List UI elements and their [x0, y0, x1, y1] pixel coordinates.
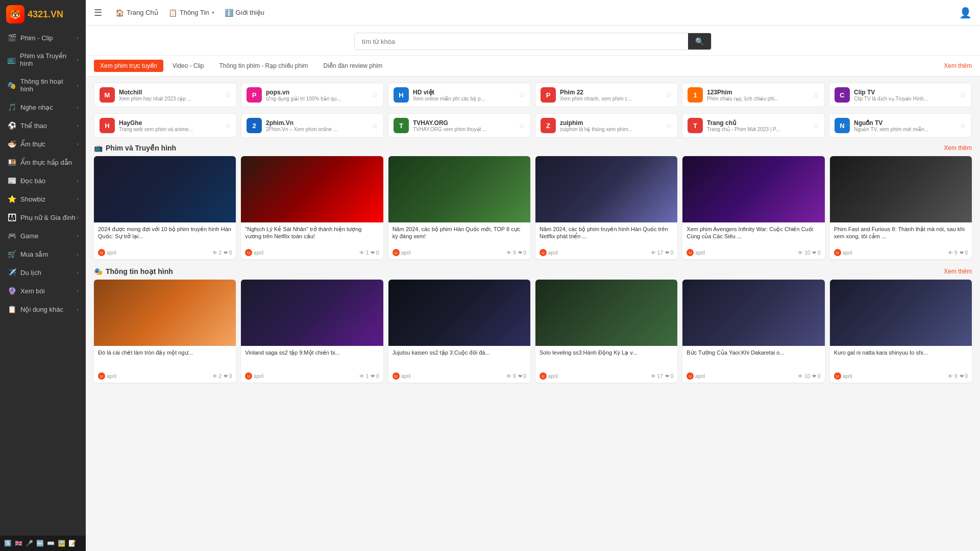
author-name-m5: april	[695, 250, 705, 256]
sidebar-item-xem-boi[interactable]: 🔮 Xem bói ›	[0, 282, 86, 300]
noi-dung-khac-chevron-icon: ›	[77, 306, 79, 312]
site-card-trangchu[interactable]: T Trang chủ Trang chủ - Phim Mới 2023 | …	[682, 113, 825, 138]
phu-nu-gia-dinh-label: Phụ nữ & Gia đình	[20, 214, 76, 221]
sidebar-item-showbiz[interactable]: ⭐ Showbiz ›	[0, 190, 86, 208]
movie-author-m5: U april	[687, 249, 705, 256]
hdviet-bookmark-icon[interactable]: ☆	[519, 91, 525, 99]
phim22-logo: P	[541, 87, 556, 103]
movie-info-m3: Năm 2024, các bộ phim Hàn Quốc mới, TOP …	[388, 222, 530, 259]
phu-nu-gia-dinh-chevron-icon: ›	[77, 214, 79, 220]
gioi-thieu-icon: ℹ️	[225, 9, 233, 17]
nguontv-desc: Nguồn TV, xem phim mới miễn...	[854, 127, 928, 132]
hamburger-menu[interactable]: ☰	[94, 7, 102, 18]
tab-video-clip[interactable]: Video - Clip	[166, 60, 210, 72]
sidebar-item-mua-sam[interactable]: 🛒 Mua sắm ›	[0, 245, 86, 263]
hdviet-desc: Xem online miễn phí các bộ p...	[413, 96, 485, 102]
sidebar-item-noi-dung-khac[interactable]: 📋 Nội dung khác ›	[0, 300, 86, 318]
tab-xem-them[interactable]: Xem thêm	[944, 62, 972, 69]
movie-card-m5[interactable]: Xem phim Avengers Infinity War: Cuộc Chi…	[682, 156, 824, 259]
nav-gioi-thieu[interactable]: ℹ️ Giới thiệu	[225, 9, 264, 17]
movie-card-m4[interactable]: Năm 2024, các bộ phim truyền hình Hàn Qu…	[535, 156, 677, 259]
nav-thong-tin[interactable]: 📋 Thông Tin ▾	[168, 9, 214, 17]
movie-card-a2[interactable]: Vinland saga ss2 tập 9:Một chiến bi... U…	[241, 280, 383, 383]
site-card-zuiphim[interactable]: Z zuiphim zuiphim là hệ thống xem phim..…	[535, 113, 678, 138]
toolbar-icon-5: ⌨️	[47, 540, 55, 547]
sidebar-logo[interactable]: 🐯 4321.VN	[0, 0, 86, 29]
the-thao-chevron-icon: ›	[77, 122, 79, 129]
movie-card-a1[interactable]: Đó là cái chết làm tròn đầy một ngư... U…	[94, 280, 236, 383]
sidebar-item-thong-tin-hoat-hinh[interactable]: 🎭 Thông tin hoạt hình ›	[0, 72, 86, 98]
site-card-pops[interactable]: P pops.vn Ứng dụng giải trí 100% bản qu.…	[241, 83, 384, 107]
site-card-hdviet[interactable]: H HD việt Xem online miễn phí các bộ p..…	[388, 83, 531, 107]
movie-info-m6: Phim Fast and Furious 8: Thành thật mà n…	[830, 222, 972, 259]
movie-info-m4: Năm 2024, các bộ phim truyền hình Hàn Qu…	[535, 222, 677, 259]
author-avatar-m3: U	[393, 249, 400, 256]
sidebar-item-am-thuc[interactable]: 🍜 Ẩm thực ›	[0, 135, 86, 153]
search-button[interactable]: 🔍	[688, 33, 711, 49]
sidebar-item-nghe-nhac[interactable]: 🎵 Nghe nhạc ›	[0, 98, 86, 116]
search-input[interactable]	[355, 34, 688, 49]
123phim-bookmark-icon[interactable]: ☆	[813, 91, 819, 99]
phim22-bookmark-icon[interactable]: ☆	[666, 91, 672, 99]
site-card-tvhay[interactable]: T TVHAY.ORG TVHAY.ORG xem phim thuyết ..…	[388, 113, 531, 138]
site-card-2phim[interactable]: 2 2phim.Vn 2Phim.Vn – Xem phim online ..…	[241, 113, 384, 138]
sidebar-item-doc-bao[interactable]: 📰 Đọc báo ›	[0, 171, 86, 190]
toolbar-icon-6: 🖼️	[58, 540, 65, 547]
site-card-hayghe[interactable]: H HayGhe Trang web xem phim và anime... …	[94, 113, 237, 138]
sidebar-item-phim-clip[interactable]: 🎬 Phim - Clip ›	[0, 29, 86, 47]
movie-card-a6[interactable]: Kuro gal ni natta kara shinyuu to shi...…	[830, 280, 972, 383]
hdviet-name: HD việt	[413, 89, 485, 96]
views-a1: 👁 2	[212, 373, 222, 379]
logo-icon: 🐯	[6, 5, 24, 23]
movie-card-a4[interactable]: Solo leveling ss3:Hành Động Kỳ Lạ v... U…	[535, 280, 677, 383]
movie-info-a3: Jujutsu kaisen ss2 tập 3:Cuộc đối đá... …	[388, 346, 530, 383]
site-card-cliptv[interactable]: C Clip TV Clip TV là dịch vụ Truyền Hình…	[829, 83, 972, 107]
phim-truyen-hinh-label: Phim và Truyền hình	[20, 52, 77, 67]
motchill-logo: M	[100, 87, 115, 103]
pops-desc: Ứng dụng giải trí 100% bản qu...	[266, 96, 341, 102]
pops-name: pops.vn	[266, 89, 341, 96]
movie-card-a3[interactable]: Jujutsu kaisen ss2 tập 3:Cuộc đối đá... …	[388, 280, 530, 383]
tab-thong-tin-phim[interactable]: Thông tin phim - Rạp chiếu phim	[213, 60, 314, 72]
nav-trang-chu[interactable]: 🏠 Trang Chủ	[115, 9, 158, 17]
2phim-bookmark-icon[interactable]: ☆	[372, 121, 378, 130]
sidebar-item-the-thao[interactable]: ⚽ Thể thao ›	[0, 116, 86, 135]
sidebar-item-du-lich[interactable]: ✈️ Du lịch ›	[0, 263, 86, 282]
tvhay-name: TVHAY.ORG	[413, 119, 487, 127]
hayghe-desc: Trang web xem phim và anime...	[119, 127, 193, 132]
site-card-motchill[interactable]: M Motchill Xem phim hay nhất 2023 cập ..…	[94, 83, 237, 107]
movie-card-a5[interactable]: Bức Tường Của Yaoi:Khi Dakaretai o... U …	[682, 280, 824, 383]
sidebar-item-game[interactable]: 🎮 Game ›	[0, 227, 86, 245]
sidebar-item-am-thuc-hap-dan[interactable]: 🍱 Ẩm thực hấp dẫn	[0, 153, 86, 171]
nav-trang-chu-label: Trang Chủ	[127, 9, 158, 16]
site-card-123phim[interactable]: 1 123Phim Phim chiếu rạp, lịch chiếu phi…	[682, 83, 825, 107]
phim-xem-them[interactable]: Xem thêm	[944, 144, 972, 152]
motchill-bookmark-icon[interactable]: ☆	[225, 91, 231, 99]
movie-thumb-m3	[388, 156, 530, 222]
site-card-nguontv[interactable]: N Nguồn TV Nguồn TV, xem phim mới miễn..…	[829, 113, 972, 138]
site-card-phim22[interactable]: P Phim 22 Xem phim nhanh, xem phim c... …	[535, 83, 678, 107]
movie-card-m6[interactable]: Phim Fast and Furious 8: Thành thật mà n…	[830, 156, 972, 259]
tvhay-bookmark-icon[interactable]: ☆	[519, 121, 525, 130]
movie-card-m1[interactable]: 2024 được mong đợi với 10 bộ phim truyền…	[94, 156, 236, 259]
sidebar-item-phu-nu-gia-dinh[interactable]: 👨‍👩‍👧 Phụ nữ & Gia đình ›	[0, 208, 86, 227]
tab-dien-dan[interactable]: Diễn đàn review phim	[317, 60, 389, 72]
hayghe-bookmark-icon[interactable]: ☆	[225, 121, 231, 130]
movie-card-m2[interactable]: "Nghịch Lý Kẻ Sát Nhân" trở thành hiện t…	[241, 156, 383, 259]
user-avatar-icon[interactable]: 👤	[959, 7, 972, 19]
movie-author-m3: U april	[393, 249, 411, 256]
movie-title-a2: Vinland saga ss2 tập 9:Một chiến bi...	[245, 349, 379, 370]
trangchu-bookmark-icon[interactable]: ☆	[813, 121, 819, 130]
movie-stats-a6: 👁 9 ❤ 0	[948, 373, 968, 379]
sidebar-item-phim-truyen-hinh[interactable]: 📺 Phim và Truyền hình ›	[0, 47, 86, 72]
movie-card-m3[interactable]: Năm 2024, các bộ phim Hàn Quốc mới, TOP …	[388, 156, 530, 259]
phim-section-header: 📺 Phim và Truyền hình Xem thêm	[94, 144, 972, 152]
anime-xem-them[interactable]: Xem thêm	[944, 268, 972, 275]
pops-bookmark-icon[interactable]: ☆	[372, 91, 378, 99]
tab-xem-phim[interactable]: Xem phim trực tuyến	[94, 60, 163, 72]
cliptv-bookmark-icon[interactable]: ☆	[960, 91, 966, 99]
nguontv-bookmark-icon[interactable]: ☆	[960, 121, 966, 130]
movie-title-m5: Xem phim Avengers Infinity War: Cuộc Chi…	[687, 226, 820, 247]
zuiphim-bookmark-icon[interactable]: ☆	[666, 121, 672, 130]
tvhay-desc: TVHAY.ORG xem phim thuyết ...	[413, 127, 487, 132]
